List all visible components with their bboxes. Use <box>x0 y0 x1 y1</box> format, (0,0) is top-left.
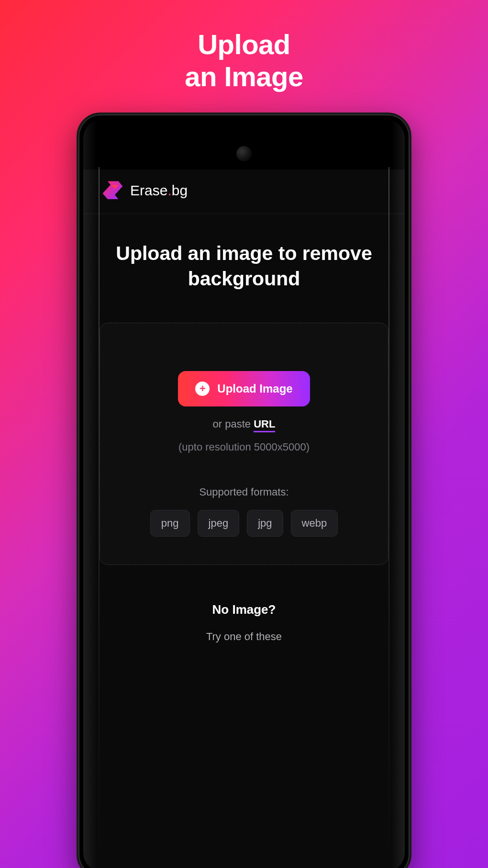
app-logo-icon <box>100 179 123 202</box>
upload-panel: + Upload Image or paste URL (upto resolu… <box>100 323 388 565</box>
upload-image-button[interactable]: + Upload Image <box>178 371 310 406</box>
resolution-hint: (upto resolution 5000x5000) <box>111 441 377 453</box>
app-name-prefix: Erase <box>130 182 167 198</box>
format-pill-png: png <box>150 510 190 537</box>
edge-line-left <box>99 167 100 868</box>
promo-line-2: an Image <box>0 61 488 93</box>
edge-line-right <box>388 167 389 868</box>
paste-prefix: or paste <box>213 418 254 430</box>
paste-url-link[interactable]: URL <box>254 418 275 432</box>
try-one-text: Try one of these <box>100 631 388 643</box>
phone-frame: Erase.bg Upload an image to remove backg… <box>77 113 411 868</box>
plus-icon: + <box>195 382 210 396</box>
app-name-suffix: bg <box>172 182 188 198</box>
upload-button-label: Upload Image <box>217 382 292 395</box>
no-image-section: No Image? Try one of these <box>100 602 388 643</box>
format-pill-jpg: jpg <box>247 510 283 537</box>
format-pills: png jpeg jpg webp <box>111 510 377 537</box>
phone-screen: Erase.bg Upload an image to remove backg… <box>83 119 405 868</box>
format-pill-webp: webp <box>291 510 338 537</box>
front-camera <box>236 146 252 161</box>
paste-line: or paste URL <box>111 418 377 430</box>
main-content: Upload an image to remove background + U… <box>83 214 405 643</box>
promo-title: Upload an Image <box>0 0 488 92</box>
app-name: Erase.bg <box>130 182 188 199</box>
app-header: Erase.bg <box>83 169 405 214</box>
promo-line-1: Upload <box>0 29 488 61</box>
format-pill-jpeg: jpeg <box>198 510 240 537</box>
app-name-dot: . <box>167 182 171 198</box>
formats-label: Supported formats: <box>111 486 377 498</box>
status-bar <box>83 119 405 169</box>
no-image-title: No Image? <box>100 602 388 617</box>
page-heading: Upload an image to remove background <box>100 241 388 292</box>
